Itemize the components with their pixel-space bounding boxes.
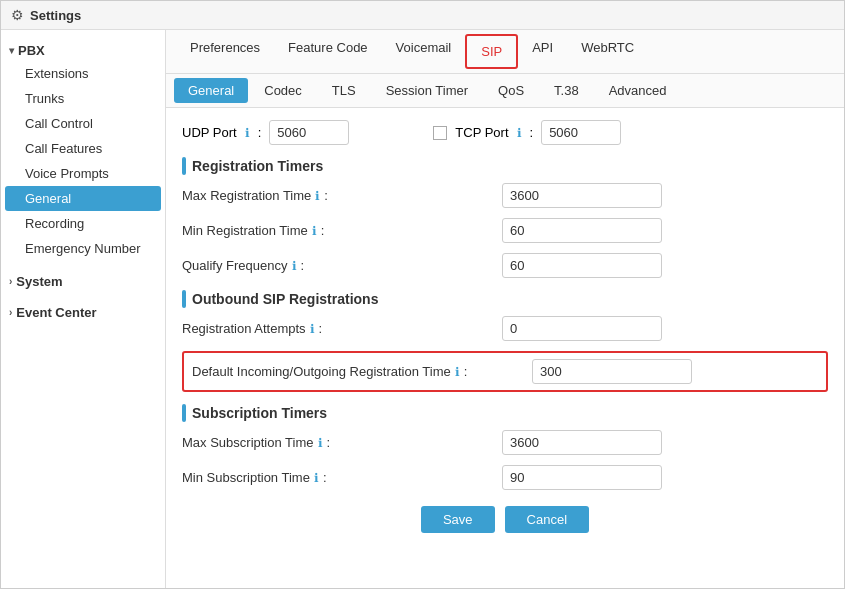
sidebar-section-header-event-center[interactable]: › Event Center: [1, 300, 165, 323]
min-reg-row: Min Registration Time ℹ :: [182, 218, 828, 243]
qualify-freq-info-icon[interactable]: ℹ: [292, 259, 297, 273]
reg-attempts-row: Registration Attempts ℹ :: [182, 316, 828, 341]
subtab-tls[interactable]: TLS: [318, 78, 370, 103]
default-incoming-outgoing-label: Default Incoming/Outgoing Registration T…: [192, 364, 532, 379]
qualify-freq-label: Qualify Frequency ℹ :: [182, 258, 502, 273]
max-sub-row: Max Subscription Time ℹ :: [182, 430, 828, 455]
sidebar-section-system: › System: [1, 265, 165, 296]
subtab-advanced[interactable]: Advanced: [595, 78, 681, 103]
section-registration-timers-title: Registration Timers: [192, 158, 323, 174]
tab-api[interactable]: API: [518, 30, 567, 73]
udp-port-info-icon[interactable]: ℹ: [245, 126, 250, 140]
udp-port-label: UDP Port: [182, 125, 237, 140]
udp-port-input[interactable]: [269, 120, 349, 145]
sidebar-section-event-center-label: Event Center: [16, 305, 96, 320]
default-incoming-outgoing-input[interactable]: [532, 359, 692, 384]
sidebar: ▾ PBX Extensions Trunks Call Control Cal…: [1, 30, 166, 588]
max-sub-input[interactable]: [502, 430, 662, 455]
sidebar-item-call-features[interactable]: Call Features: [1, 136, 165, 161]
subtab-t38[interactable]: T.38: [540, 78, 593, 103]
save-button[interactable]: Save: [421, 506, 495, 533]
tab-feature-code[interactable]: Feature Code: [274, 30, 382, 73]
tcp-checkbox[interactable]: [433, 126, 447, 140]
default-io-info-icon[interactable]: ℹ: [455, 365, 460, 379]
reg-attempts-label: Registration Attempts ℹ :: [182, 321, 502, 336]
tab-voicemail[interactable]: Voicemail: [382, 30, 466, 73]
default-incoming-outgoing-row: Default Incoming/Outgoing Registration T…: [182, 351, 828, 392]
sidebar-section-pbx-label: PBX: [18, 43, 45, 58]
tab-preferences[interactable]: Preferences: [176, 30, 274, 73]
subtab-codec[interactable]: Codec: [250, 78, 316, 103]
chevron-right-icon: ›: [9, 276, 12, 287]
top-tabs: Preferences Feature Code Voicemail SIP A…: [166, 30, 844, 74]
max-sub-info-icon[interactable]: ℹ: [318, 436, 323, 450]
sidebar-item-voice-prompts[interactable]: Voice Prompts: [1, 161, 165, 186]
sidebar-item-extensions[interactable]: Extensions: [1, 61, 165, 86]
section-outbound-sip: Outbound SIP Registrations: [182, 290, 828, 308]
app-window: ⚙ Settings ▾ PBX Extensions Trunks Call …: [0, 0, 845, 589]
section-bar-3: [182, 404, 186, 422]
port-row: UDP Port ℹ : TCP Port ℹ :: [182, 120, 828, 145]
min-sub-info-icon[interactable]: ℹ: [314, 471, 319, 485]
subtab-qos[interactable]: QoS: [484, 78, 538, 103]
section-bar-2: [182, 290, 186, 308]
max-reg-info-icon[interactable]: ℹ: [315, 189, 320, 203]
form-area: UDP Port ℹ : TCP Port ℹ :: [166, 108, 844, 588]
max-reg-input[interactable]: [502, 183, 662, 208]
section-bar: [182, 157, 186, 175]
tcp-port-info-icon[interactable]: ℹ: [517, 126, 522, 140]
tab-sip[interactable]: SIP: [465, 34, 518, 69]
content: Preferences Feature Code Voicemail SIP A…: [166, 30, 844, 588]
tcp-port-input[interactable]: [541, 120, 621, 145]
qualify-freq-row: Qualify Frequency ℹ :: [182, 253, 828, 278]
settings-icon: ⚙: [11, 7, 24, 23]
section-subscription-timers: Subscription Timers: [182, 404, 828, 422]
max-reg-label: Max Registration Time ℹ :: [182, 188, 502, 203]
max-reg-row: Max Registration Time ℹ :: [182, 183, 828, 208]
min-sub-row: Min Subscription Time ℹ :: [182, 465, 828, 490]
section-outbound-sip-title: Outbound SIP Registrations: [192, 291, 378, 307]
min-reg-info-icon[interactable]: ℹ: [312, 224, 317, 238]
tcp-port-label: TCP Port: [455, 125, 508, 140]
udp-group: UDP Port ℹ :: [182, 120, 349, 145]
sidebar-section-header-system[interactable]: › System: [1, 269, 165, 292]
button-row: Save Cancel: [182, 506, 828, 543]
sidebar-item-call-control[interactable]: Call Control: [1, 111, 165, 136]
min-sub-label: Min Subscription Time ℹ :: [182, 470, 502, 485]
sidebar-section-event-center: › Event Center: [1, 296, 165, 327]
chevron-right-icon-2: ›: [9, 307, 12, 318]
reg-attempts-info-icon[interactable]: ℹ: [310, 322, 315, 336]
chevron-down-icon: ▾: [9, 45, 14, 56]
reg-attempts-input[interactable]: [502, 316, 662, 341]
tcp-colon: :: [530, 125, 534, 140]
subtab-session-timer[interactable]: Session Timer: [372, 78, 482, 103]
sidebar-section-header-pbx[interactable]: ▾ PBX: [1, 38, 165, 61]
qualify-freq-input[interactable]: [502, 253, 662, 278]
sub-tabs: General Codec TLS Session Timer QoS T.38…: [166, 74, 844, 108]
sidebar-item-emergency-number[interactable]: Emergency Number: [1, 236, 165, 261]
section-subscription-timers-title: Subscription Timers: [192, 405, 327, 421]
main-layout: ▾ PBX Extensions Trunks Call Control Cal…: [1, 30, 844, 588]
sidebar-item-trunks[interactable]: Trunks: [1, 86, 165, 111]
tab-webrtc[interactable]: WebRTC: [567, 30, 648, 73]
tcp-group: TCP Port ℹ :: [433, 120, 621, 145]
cancel-button[interactable]: Cancel: [505, 506, 589, 533]
title-bar: ⚙ Settings: [1, 1, 844, 30]
sidebar-section-pbx: ▾ PBX Extensions Trunks Call Control Cal…: [1, 34, 165, 265]
title-bar-text: Settings: [30, 8, 81, 23]
section-registration-timers: Registration Timers: [182, 157, 828, 175]
sidebar-item-recording[interactable]: Recording: [1, 211, 165, 236]
min-sub-input[interactable]: [502, 465, 662, 490]
subtab-general[interactable]: General: [174, 78, 248, 103]
udp-colon: :: [258, 125, 262, 140]
sidebar-item-general[interactable]: General: [5, 186, 161, 211]
sidebar-section-system-label: System: [16, 274, 62, 289]
min-reg-label: Min Registration Time ℹ :: [182, 223, 502, 238]
min-reg-input[interactable]: [502, 218, 662, 243]
max-sub-label: Max Subscription Time ℹ :: [182, 435, 502, 450]
